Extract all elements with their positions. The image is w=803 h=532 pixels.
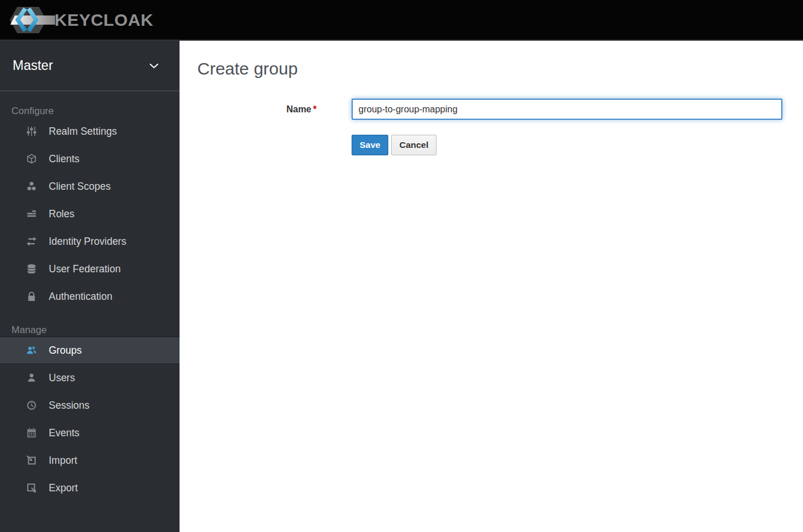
sliders-icon [25, 125, 38, 138]
users-icon [25, 344, 38, 357]
sidebar-item-export[interactable]: Export [0, 474, 180, 502]
app-header: KEYCLOAK [0, 0, 803, 41]
form-buttons: Save Cancel [352, 135, 803, 155]
list-icon [25, 208, 38, 220]
name-form-row: Name* [180, 99, 803, 120]
sidebar-section-manage: Manage [0, 310, 180, 337]
sidebar-item-import[interactable]: Import [0, 447, 180, 474]
database-icon [25, 263, 38, 275]
keycloak-logo: KEYCLOAK [8, 6, 153, 34]
exchange-arrows-icon [25, 235, 38, 248]
user-icon [25, 371, 38, 384]
name-label-text: Name [286, 104, 311, 114]
sidebar-item-label: Import [49, 455, 77, 467]
sidebar-item-identity-providers[interactable]: Identity Providers [0, 228, 180, 255]
clock-icon [25, 399, 38, 412]
name-field-label: Name* [180, 104, 317, 115]
sidebar-item-label: Identity Providers [49, 236, 126, 248]
keycloak-hexagon-icon [8, 6, 55, 34]
sidebar-item-roles[interactable]: Roles [0, 200, 180, 228]
group-name-input[interactable] [352, 99, 782, 120]
lock-icon [25, 290, 38, 303]
sidebar-item-label: Groups [49, 345, 81, 357]
sidebar-item-label: Client Scopes [49, 181, 111, 193]
sidebar-item-realm-settings[interactable]: Realm Settings [0, 118, 180, 145]
sidebar-item-label: Roles [49, 208, 75, 220]
brand-text: KEYCLOAK [54, 10, 153, 30]
import-icon [25, 454, 38, 467]
main-content: Create group Name* Save Cancel [180, 41, 803, 532]
sidebar: Master Configure Realm Settings Clients [0, 41, 180, 532]
sidebar-item-label: Clients [49, 153, 80, 165]
save-button[interactable]: Save [352, 135, 388, 155]
cancel-button[interactable]: Cancel [391, 135, 436, 155]
sidebar-item-authentication[interactable]: Authentication [0, 283, 180, 310]
chevron-down-icon [149, 63, 159, 69]
sidebar-item-client-scopes[interactable]: Client Scopes [0, 173, 180, 200]
sidebar-item-sessions[interactable]: Sessions [0, 392, 180, 419]
cube-icon [25, 152, 38, 165]
sidebar-item-users[interactable]: Users [0, 364, 180, 392]
cubes-icon [25, 180, 38, 193]
sidebar-item-label: Events [49, 427, 80, 439]
sidebar-item-label: Realm Settings [49, 126, 117, 138]
sidebar-item-events[interactable]: Events [0, 419, 180, 447]
sidebar-item-label: Authentication [49, 291, 112, 303]
calendar-icon [25, 427, 38, 439]
export-icon [25, 482, 38, 494]
sidebar-item-label: Users [49, 372, 75, 384]
sidebar-item-clients[interactable]: Clients [0, 145, 180, 173]
realm-selector-label: Master [13, 58, 53, 73]
sidebar-section-configure: Configure [0, 91, 180, 118]
sidebar-item-label: Export [49, 482, 78, 494]
sidebar-item-groups[interactable]: Groups [0, 337, 180, 364]
sidebar-item-label: Sessions [49, 400, 89, 412]
required-asterisk: * [313, 104, 317, 114]
sidebar-item-label: User Federation [49, 263, 120, 275]
sidebar-item-user-federation[interactable]: User Federation [0, 255, 180, 283]
realm-selector[interactable]: Master [0, 41, 180, 91]
page-title: Create group [197, 59, 803, 78]
